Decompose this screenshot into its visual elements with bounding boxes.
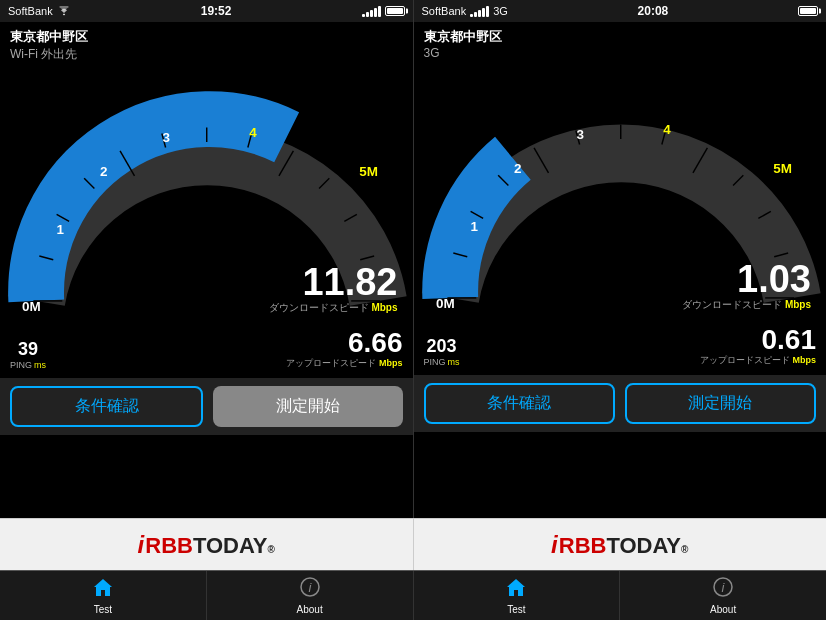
svg-text:0M: 0M bbox=[436, 296, 455, 311]
3g-check-button[interactable]: 条件確認 bbox=[424, 383, 615, 424]
tab-test-2[interactable]: Test bbox=[414, 571, 621, 620]
wifi-buttons: 条件確認 測定開始 bbox=[0, 378, 413, 435]
info-icon-2: i bbox=[713, 577, 733, 602]
tab-bar: Test i About Test i bbox=[0, 570, 826, 620]
3g-status-bar: SoftBank 3G 20:08 bbox=[414, 0, 827, 22]
3g-network-type: 3G bbox=[493, 5, 508, 17]
svg-text:5M: 5M bbox=[773, 161, 792, 176]
wifi-city: 東京都中野区 bbox=[10, 28, 403, 46]
logo-bar: i RBB TODAY ® i RBB TODAY ® bbox=[0, 518, 826, 570]
3g-location-info: 東京都中野区 3G bbox=[414, 22, 827, 62]
wifi-download-label: ダウンロードスピード Mbps bbox=[269, 301, 398, 315]
wifi-gauge-container: 0M 1 2 3 4 5M 11.82 ダウンロードスピード Mbps bbox=[0, 65, 413, 325]
wifi-download-speed: 11.82 bbox=[269, 263, 398, 301]
tab-about-1[interactable]: i About bbox=[207, 571, 414, 620]
svg-text:i: i bbox=[308, 580, 312, 595]
screens-row: SoftBank 19:52 bbox=[0, 0, 826, 518]
svg-text:4: 4 bbox=[663, 122, 671, 137]
3g-start-button[interactable]: 測定開始 bbox=[625, 383, 816, 424]
info-icon-1: i bbox=[300, 577, 320, 602]
3g-speed-overlay: 1.03 ダウンロードスピード Mbps bbox=[682, 260, 811, 312]
3g-upload: 0.61 アップロードスピード Mbps bbox=[700, 326, 816, 367]
wifi-ping-label: PING ms bbox=[10, 360, 46, 370]
svg-text:3: 3 bbox=[576, 127, 584, 142]
svg-text:2: 2 bbox=[100, 164, 108, 179]
app-container: SoftBank 19:52 bbox=[0, 0, 826, 620]
3g-carrier: SoftBank bbox=[422, 5, 467, 17]
svg-text:3: 3 bbox=[163, 130, 171, 145]
wifi-ping: 39 PING ms bbox=[10, 339, 46, 370]
svg-text:4: 4 bbox=[249, 125, 257, 140]
3g-stats-row: 203 PING ms 0.61 アップロードスピード Mbps bbox=[414, 322, 827, 375]
wifi-signal-bars bbox=[362, 5, 381, 17]
wifi-connection-type: Wi-Fi 外出先 bbox=[10, 46, 403, 63]
svg-marker-38 bbox=[94, 579, 112, 596]
tab-about-2-label: About bbox=[710, 604, 736, 615]
tab-test-2-label: Test bbox=[507, 604, 525, 615]
3g-logo-text: i RBB TODAY ® bbox=[551, 531, 688, 559]
svg-marker-41 bbox=[507, 579, 525, 596]
wifi-check-button[interactable]: 条件確認 bbox=[10, 386, 203, 427]
3g-gauge-container: 0M 1 2 3 4 5M 1.03 ダウンロードスピード Mbps bbox=[414, 62, 827, 322]
wifi-status-bar: SoftBank 19:52 bbox=[0, 0, 413, 22]
wifi-start-button[interactable]: 測定開始 bbox=[213, 386, 402, 427]
3g-signal-bars bbox=[470, 5, 489, 17]
3g-time: 20:08 bbox=[638, 4, 669, 18]
wifi-screen: SoftBank 19:52 bbox=[0, 0, 414, 518]
svg-text:1: 1 bbox=[470, 219, 478, 234]
wifi-battery-icon bbox=[385, 6, 405, 16]
tab-about-2[interactable]: i About bbox=[620, 571, 826, 620]
wifi-time: 19:52 bbox=[201, 4, 232, 18]
3g-download-label: ダウンロードスピード Mbps bbox=[682, 298, 811, 312]
svg-text:1: 1 bbox=[57, 222, 65, 237]
3g-ping-value: 203 bbox=[424, 336, 460, 357]
tab-test-1[interactable]: Test bbox=[0, 571, 207, 620]
3g-upload-label: アップロードスピード Mbps bbox=[700, 354, 816, 367]
3g-screen: SoftBank 3G 20:08 bbox=[414, 0, 827, 518]
3g-ping: 203 PING ms bbox=[424, 336, 460, 367]
wifi-location-info: 東京都中野区 Wi-Fi 外出先 bbox=[0, 22, 413, 65]
3g-buttons: 条件確認 測定開始 bbox=[414, 375, 827, 432]
wifi-stats-row: 39 PING ms 6.66 アップロードスピード Mbps bbox=[0, 325, 413, 378]
wifi-signal-icon bbox=[57, 6, 71, 17]
3g-download-speed: 1.03 bbox=[682, 260, 811, 298]
svg-text:0M: 0M bbox=[22, 299, 41, 314]
house-icon-1 bbox=[92, 577, 114, 602]
3g-logo: i RBB TODAY ® bbox=[414, 519, 827, 570]
wifi-upload-label: アップロードスピード Mbps bbox=[286, 357, 402, 370]
wifi-speed-overlay: 11.82 ダウンロードスピード Mbps bbox=[269, 263, 398, 315]
3g-upload-speed: 0.61 bbox=[700, 326, 816, 354]
wifi-upload-speed: 6.66 bbox=[286, 329, 402, 357]
tab-about-1-label: About bbox=[297, 604, 323, 615]
wifi-carrier: SoftBank bbox=[8, 5, 53, 17]
wifi-logo: i RBB TODAY ® bbox=[0, 519, 414, 570]
svg-text:i: i bbox=[722, 580, 726, 595]
3g-battery-icon bbox=[798, 6, 818, 16]
house-icon-2 bbox=[505, 577, 527, 602]
3g-ping-label: PING ms bbox=[424, 357, 460, 367]
3g-connection-type: 3G bbox=[424, 46, 817, 60]
wifi-ping-value: 39 bbox=[10, 339, 46, 360]
wifi-logo-text: i RBB TODAY ® bbox=[138, 531, 275, 559]
svg-text:5M: 5M bbox=[359, 164, 378, 179]
tab-test-1-label: Test bbox=[94, 604, 112, 615]
3g-city: 東京都中野区 bbox=[424, 28, 817, 46]
wifi-upload: 6.66 アップロードスピード Mbps bbox=[286, 329, 402, 370]
svg-text:2: 2 bbox=[513, 161, 521, 176]
